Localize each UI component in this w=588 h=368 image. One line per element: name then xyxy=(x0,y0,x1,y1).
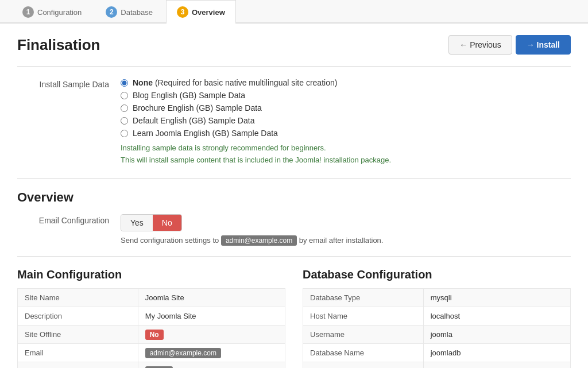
two-col-section: Main Configuration Site Name Joomla Site… xyxy=(17,268,571,368)
db-row-value-4: zcxia_ xyxy=(423,362,570,368)
email-badge: admin@example.com xyxy=(221,235,297,246)
tab-label-configuration: Configuration xyxy=(37,8,82,17)
table-row: Site Offline No xyxy=(18,325,285,343)
no-button[interactable]: No xyxy=(153,215,181,231)
radio-brochure[interactable]: Brochure English (GB) Sample Data xyxy=(121,103,571,113)
action-buttons: ← Previous → Install xyxy=(448,35,571,55)
tab-database[interactable]: 2 Database xyxy=(95,0,164,24)
help-line-2: This will install sample content that is… xyxy=(121,154,571,166)
page-title: Finalisation xyxy=(17,36,100,54)
db-row-value-3: joomladb xyxy=(423,343,570,362)
main-row-value-3: admin@example.com xyxy=(138,343,285,362)
tab-overview[interactable]: 3 Overview xyxy=(166,0,236,24)
main-row-label-4: Username xyxy=(18,362,138,368)
radio-learn-input[interactable] xyxy=(121,130,128,137)
db-row-value-1: localhost xyxy=(423,307,570,325)
install-button[interactable]: → Install xyxy=(516,35,571,55)
radio-none-input[interactable] xyxy=(121,79,128,87)
header-row: Finalisation ← Previous → Install xyxy=(17,35,571,55)
table-row: Email admin@example.com xyxy=(18,343,285,362)
help-text: Installing sample data is strongly recom… xyxy=(121,142,571,166)
overview-title: Overview xyxy=(17,190,571,205)
email-config-content: Yes No Send configuration settings to ad… xyxy=(121,214,571,245)
db-config-table: Database Type mysqli Host Name localhost… xyxy=(303,288,571,368)
table-row: Username admin xyxy=(18,362,285,368)
db-row-label-3: Database Name xyxy=(303,343,424,362)
email-value-badge: admin@example.com xyxy=(145,348,221,358)
divider-2 xyxy=(17,178,571,179)
tab-badge-1: 1 xyxy=(22,6,34,18)
db-row-label-2: Username xyxy=(303,325,424,343)
main-content: Finalisation ← Previous → Install Instal… xyxy=(0,24,588,368)
db-config-title: Database Configuration xyxy=(303,268,571,281)
radio-default-input[interactable] xyxy=(121,117,128,125)
main-row-value-4: admin xyxy=(138,362,285,368)
main-config-table: Site Name Joomla Site Description My Joo… xyxy=(17,288,285,368)
main-row-label-3: Email xyxy=(18,343,138,362)
main-row-value-2: No xyxy=(138,325,285,343)
radio-learn-label: Learn Joomla English (GB) Sample Data xyxy=(133,129,278,138)
table-row: Database Name joomladb xyxy=(303,343,571,362)
db-row-label-4: Table Prefix xyxy=(303,362,424,368)
radio-none[interactable]: None (Required for basic native multilin… xyxy=(121,78,571,87)
main-row-label-2: Site Offline xyxy=(18,325,138,343)
db-row-label-1: Host Name xyxy=(303,307,424,325)
radio-brochure-input[interactable] xyxy=(121,104,128,112)
send-config-text: Send configuration settings to admin@exa… xyxy=(121,236,571,245)
tabs-bar: 1 Configuration 2 Database 3 Overview xyxy=(0,0,588,24)
divider-1 xyxy=(17,66,571,67)
radio-blog[interactable]: Blog English (GB) Sample Data xyxy=(121,91,571,100)
help-line-1: Installing sample data is strongly recom… xyxy=(121,142,571,154)
radio-default-label: Default English (GB) Sample Data xyxy=(133,116,254,125)
radio-brochure-label: Brochure English (GB) Sample Data xyxy=(133,103,262,113)
previous-button[interactable]: ← Previous xyxy=(448,35,512,55)
yes-button[interactable]: Yes xyxy=(121,215,153,231)
table-row: Username joomla xyxy=(303,325,571,343)
radio-blog-input[interactable] xyxy=(121,92,128,99)
main-row-value-0: Joomla Site xyxy=(138,288,285,307)
sample-data-label: Install Sample Data xyxy=(17,78,121,89)
main-row-label-0: Site Name xyxy=(18,288,138,307)
db-config-col: Database Configuration Database Type mys… xyxy=(303,268,571,368)
email-config-row: Email Configuration Yes No Send configur… xyxy=(17,214,571,245)
email-config-label: Email Configuration xyxy=(17,214,121,225)
db-row-value-2: joomla xyxy=(423,325,570,343)
table-row: Description My Joomla Site xyxy=(18,307,285,325)
email-toggle-group: Yes No xyxy=(121,214,182,231)
tab-badge-2: 2 xyxy=(106,6,117,18)
radio-blog-label: Blog English (GB) Sample Data xyxy=(133,91,245,100)
db-row-value-0: mysqli xyxy=(423,288,570,307)
db-row-label-0: Database Type xyxy=(303,288,424,307)
tab-badge-3: 3 xyxy=(177,6,188,18)
radio-default[interactable]: Default English (GB) Sample Data xyxy=(121,116,571,125)
main-config-title: Main Configuration xyxy=(17,268,285,281)
tab-label-overview: Overview xyxy=(192,8,225,17)
radio-none-label: None (Required for basic native multilin… xyxy=(133,78,337,87)
send-text: Send configuration settings to xyxy=(121,236,219,245)
overview-section: Overview Email Configuration Yes No Send… xyxy=(17,190,571,245)
radio-learn[interactable]: Learn Joomla English (GB) Sample Data xyxy=(121,129,571,138)
main-config-col: Main Configuration Site Name Joomla Site… xyxy=(17,268,285,368)
main-row-label-1: Description xyxy=(18,307,138,325)
tab-configuration[interactable]: 1 Configuration xyxy=(11,0,92,24)
username-badge: admin xyxy=(145,366,173,368)
table-row: Table Prefix zcxia_ xyxy=(303,362,571,368)
main-row-value-1: My Joomla Site xyxy=(138,307,285,325)
site-offline-badge: No xyxy=(145,330,164,340)
table-row: Host Name localhost xyxy=(303,307,571,325)
tab-label-database: Database xyxy=(121,8,153,17)
sample-data-row: Install Sample Data None (Required for b… xyxy=(17,78,571,166)
table-row: Site Name Joomla Site xyxy=(18,288,285,307)
sample-data-content: None (Required for basic native multilin… xyxy=(121,78,571,166)
table-row: Database Type mysqli xyxy=(303,288,571,307)
divider-3 xyxy=(17,256,571,257)
after-text: by email after installation. xyxy=(299,236,384,245)
